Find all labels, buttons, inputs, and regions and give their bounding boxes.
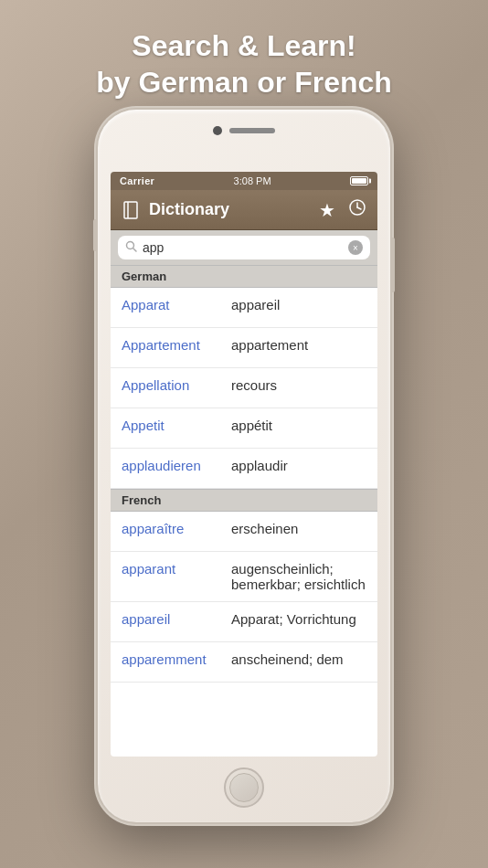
promo-header: Search & Learn! by German or French (0, 27, 488, 101)
dict-translation: recours (231, 377, 366, 393)
dict-term: apparemment (122, 651, 231, 667)
home-button-inner (229, 773, 259, 802)
svg-line-6 (133, 249, 137, 252)
dict-translation: applaudir (231, 458, 366, 473)
dict-row[interactable]: Appartementappartement (111, 328, 377, 368)
status-bar: Carrier 3:08 PM (111, 172, 377, 190)
dict-translation: augenscheinlich; bemerkbar; ersichtlich (231, 561, 366, 592)
history-button[interactable] (348, 198, 366, 221)
nav-title-area: Dictionary (122, 200, 229, 220)
camera-dot (213, 126, 222, 135)
section-header-1: French (111, 489, 377, 512)
favorites-button[interactable]: ★ (319, 199, 335, 221)
dict-term: Appellation (122, 377, 231, 393)
battery-fill (352, 178, 366, 184)
dict-translation: appartement (231, 337, 366, 353)
status-right (350, 176, 368, 185)
dict-row[interactable]: apparemmentanscheinend; dem (111, 642, 377, 683)
phone-shell: Carrier 3:08 PM Dictionary ★ (98, 110, 390, 822)
dict-term: Appetit (122, 418, 231, 433)
dict-term: apparant (122, 561, 231, 577)
promo-line2: by German or French (0, 64, 488, 101)
dict-term: apparaître (122, 521, 231, 536)
dict-row[interactable]: apparantaugenscheinlich; bemerkbar; ersi… (111, 552, 377, 602)
dict-term: applaudieren (122, 458, 231, 473)
svg-rect-0 (124, 202, 137, 218)
battery-icon (350, 176, 368, 185)
dict-translation: erscheinen (231, 521, 366, 536)
dict-row[interactable]: Appetitappétit (111, 408, 377, 449)
phone-screen: Carrier 3:08 PM Dictionary ★ (111, 172, 377, 757)
phone-top-bar (213, 126, 275, 135)
dict-row[interactable]: Apparatappareil (111, 288, 377, 328)
dict-row[interactable]: applaudierenapplaudir (111, 449, 377, 489)
book-icon (122, 200, 142, 220)
time-label: 3:08 PM (234, 175, 271, 186)
dict-term: Apparat (122, 297, 231, 312)
dict-term: Appartement (122, 337, 231, 353)
dict-row[interactable]: Appellationrecours (111, 368, 377, 408)
promo-line1: Search & Learn! (0, 27, 488, 64)
search-clear-button[interactable]: × (348, 240, 363, 255)
nav-bar: Dictionary ★ (111, 190, 377, 230)
dict-row[interactable]: appareilApparat; Vorrichtung (111, 602, 377, 642)
home-button[interactable] (224, 767, 264, 808)
search-bar: app × (111, 230, 377, 265)
dict-translation: appareil (231, 297, 366, 312)
dict-term: appareil (122, 611, 231, 627)
dict-translation: anscheinend; dem (231, 651, 366, 667)
section-header-0: German (111, 265, 377, 288)
nav-title-label: Dictionary (149, 200, 229, 219)
speaker-grille (229, 128, 275, 133)
dict-row[interactable]: apparaîtreerscheinen (111, 512, 377, 552)
search-input-wrap[interactable]: app × (118, 236, 370, 259)
dict-translation: appétit (231, 418, 366, 433)
search-field[interactable]: app (143, 240, 343, 255)
carrier-label: Carrier (120, 175, 154, 186)
dict-list[interactable]: GermanApparatappareilAppartementappartem… (111, 265, 377, 757)
nav-actions: ★ (319, 198, 366, 221)
svg-line-4 (357, 207, 361, 209)
search-icon (125, 240, 137, 255)
dict-translation: Apparat; Vorrichtung (231, 611, 366, 627)
